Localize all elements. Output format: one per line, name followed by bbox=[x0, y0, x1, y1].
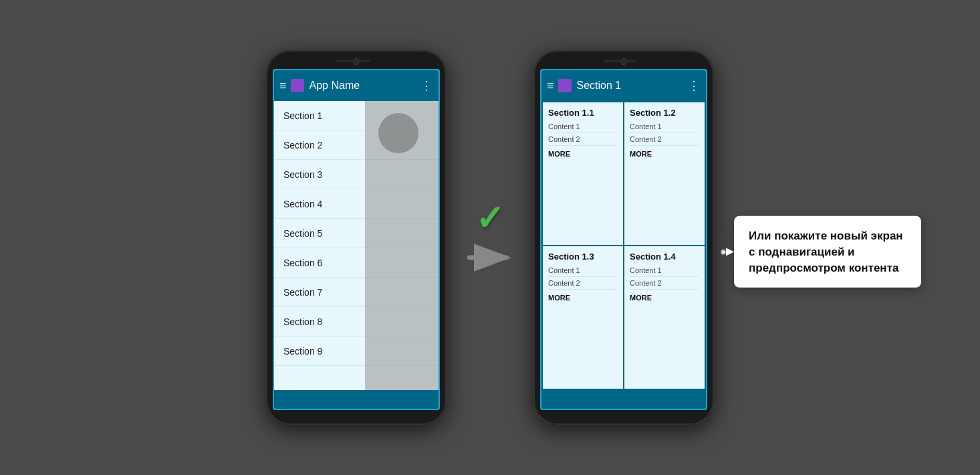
right-phone-screen: ≡ Section 1 ⋮ Section 1.1 Content 1 Cont… bbox=[540, 69, 707, 410]
section-item-5[interactable]: Section 5 bbox=[274, 219, 439, 248]
right-phone-speaker bbox=[604, 60, 637, 62]
left-phone: ≡ App Name ⋮ Section 1 Section 2 Section… bbox=[266, 50, 447, 425]
hamburger-icon[interactable]: ≡ bbox=[279, 79, 287, 93]
right-bottom-bar bbox=[541, 390, 706, 409]
section-item-1[interactable]: Section 1 bbox=[274, 101, 439, 130]
left-bottom-bar bbox=[274, 390, 439, 409]
section-item-9[interactable]: Section 9 bbox=[274, 337, 439, 366]
app-logo bbox=[291, 79, 304, 92]
grid-cell-1-title: Section 1.1 bbox=[548, 108, 618, 118]
callout-dot bbox=[721, 249, 726, 254]
left-app-bar: ≡ App Name ⋮ bbox=[274, 70, 439, 101]
arrow-right bbox=[467, 241, 513, 274]
more-icon[interactable]: ⋮ bbox=[420, 78, 433, 93]
grid-cell-3-title: Section 1.3 bbox=[548, 252, 618, 262]
right-app-bar-title: Section 1 bbox=[577, 80, 688, 92]
grid-cell-4-content-1: Content 1 bbox=[630, 264, 699, 277]
section-item-7[interactable]: Section 7 bbox=[274, 278, 439, 307]
grid-cell-1[interactable]: Section 1.1 Content 1 Content 2 MORE bbox=[543, 102, 623, 245]
grid-cell-4-title: Section 1.4 bbox=[630, 252, 699, 262]
checkmark-icon: ✓ bbox=[475, 201, 505, 235]
right-phone: ≡ Section 1 ⋮ Section 1.1 Content 1 Cont… bbox=[533, 50, 714, 425]
grid-cell-2[interactable]: Section 1.2 Content 1 Content 2 MORE bbox=[624, 102, 705, 245]
left-screen-content: Section 1 Section 2 Section 3 Section 4 … bbox=[274, 101, 439, 390]
scene: ≡ App Name ⋮ Section 1 Section 2 Section… bbox=[266, 50, 714, 425]
grid-cell-4[interactable]: Section 1.4 Content 1 Content 2 MORE bbox=[624, 246, 705, 389]
section-item-2[interactable]: Section 2 bbox=[274, 130, 439, 160]
grid-cell-1-content-2: Content 2 bbox=[548, 133, 618, 146]
callout-bubble: Или покажите новый экран с поднавигацией… bbox=[734, 216, 921, 288]
grid-content: Section 1.1 Content 1 Content 2 MORE Sec… bbox=[541, 101, 706, 390]
grid-cell-4-content-2: Content 2 bbox=[630, 277, 699, 290]
section-list: Section 1 Section 2 Section 3 Section 4 … bbox=[274, 101, 439, 366]
grid-cell-2-title: Section 1.2 bbox=[630, 108, 699, 118]
grid-cell-3[interactable]: Section 1.3 Content 1 Content 2 MORE bbox=[543, 246, 623, 389]
right-more-icon[interactable]: ⋮ bbox=[688, 78, 701, 93]
section-item-4[interactable]: Section 4 bbox=[274, 189, 439, 219]
grid-cell-2-content-2: Content 2 bbox=[630, 133, 699, 146]
phones-wrapper: ≡ App Name ⋮ Section 1 Section 2 Section… bbox=[266, 50, 714, 425]
app-bar-title: App Name bbox=[310, 80, 420, 92]
left-phone-screen: ≡ App Name ⋮ Section 1 Section 2 Section… bbox=[273, 69, 440, 410]
grid-cell-4-more[interactable]: MORE bbox=[630, 292, 699, 302]
section-item-8[interactable]: Section 8 bbox=[274, 307, 439, 337]
right-app-bar: ≡ Section 1 ⋮ bbox=[541, 70, 706, 101]
phone-speaker bbox=[336, 60, 370, 62]
grid-cell-2-more[interactable]: MORE bbox=[630, 149, 699, 158]
grid-cell-3-more[interactable]: MORE bbox=[548, 292, 618, 302]
right-phone-wrapper: ≡ Section 1 ⋮ Section 1.1 Content 1 Cont… bbox=[533, 50, 714, 425]
grid-cell-3-content-2: Content 2 bbox=[548, 277, 618, 290]
section-item-3[interactable]: Section 3 bbox=[274, 160, 439, 189]
arrow-container: ✓ bbox=[467, 201, 513, 274]
grid-cell-2-content-1: Content 1 bbox=[630, 120, 699, 133]
grid-cell-1-more[interactable]: MORE bbox=[548, 149, 618, 158]
callout-text: Или покажите новый экран с поднавигацией… bbox=[749, 229, 903, 274]
arrow-svg bbox=[467, 241, 513, 274]
grid-cell-1-content-1: Content 1 bbox=[548, 120, 618, 133]
right-app-logo bbox=[558, 79, 572, 92]
right-hamburger-icon[interactable]: ≡ bbox=[547, 79, 554, 93]
grid-cell-3-content-1: Content 1 bbox=[548, 264, 618, 277]
section-item-6[interactable]: Section 6 bbox=[274, 248, 439, 278]
